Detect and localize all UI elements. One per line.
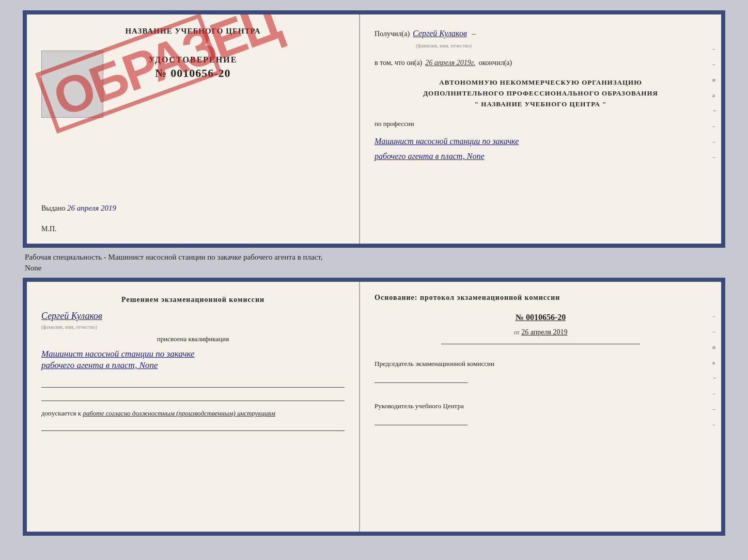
vtom-label: в том, что он(а) — [375, 59, 422, 67]
professiya-line1: Машинист насосной станции по закачке — [375, 134, 707, 149]
vtom-line: в том, что он(а) 26 апреля 2019г. окончи… — [375, 59, 707, 67]
reshenie-text: Решением экзаменационной комиссии — [41, 294, 345, 306]
professiya-label: по профессии — [375, 120, 707, 128]
side-marks-top: – – и а ← – – – — [712, 45, 718, 160]
vydano-label: Выдано — [41, 204, 66, 212]
org-line3: " НАЗВАНИЕ УЧЕБНОГО ЦЕНТРА " — [375, 99, 707, 110]
protocol-date: 26 апреля 2019 — [521, 328, 567, 336]
komissia-name: Сергей Кулаков — [41, 311, 102, 321]
poluchil-line: Получил(а) Сергей Кулаков – — [375, 29, 707, 38]
top-document: НАЗВАНИЕ УЧЕБНОГО ЦЕНТРА ОБРАЗЕЦ УДОСТОВ… — [23, 10, 725, 248]
professiya-line2: рабочего агента в пласт, None — [375, 149, 707, 164]
dopuskaetsya-block: допускается к работе согласно должностны… — [41, 409, 345, 418]
dopuskaetsya-label: допускается к — [41, 409, 81, 417]
separator-text: Рабочая специальность - Машинист насосно… — [23, 248, 725, 278]
poluchil-name: Сергей Кулаков — [413, 29, 467, 38]
top-doc-right: Получил(а) Сергей Кулаков – (фамилия, им… — [360, 14, 721, 244]
poluchil-label: Получил(а) — [375, 30, 410, 38]
center-name-top: НАЗВАНИЕ УЧЕБНОГО ЦЕНТРА — [41, 27, 345, 36]
dopuskaetsya-value: работе согласно должностным (производств… — [83, 409, 275, 417]
udostoverenie-num: № 0010656-20 — [155, 67, 231, 80]
predsedatel-label: Председатель экзаменационной комиссии — [375, 359, 707, 370]
org-line2: ДОПОЛНИТЕЛЬНОГО ПРОФЕССИОНАЛЬНОГО ОБРАЗО… — [375, 88, 707, 99]
bottom-doc-left: Решением экзаменационной комиссии Сергей… — [27, 282, 360, 532]
okonchil-label: окончил(а) — [479, 59, 512, 67]
protocol-date-line: от 26 апреля 2019 — [375, 328, 707, 337]
fio-hint-top: (фамилия, имя, отчество) — [416, 43, 472, 49]
vydano-date: 26 апреля 2019 — [67, 204, 116, 212]
rukovoditel-sign-field — [375, 416, 467, 425]
mp-label: М.П. — [41, 225, 57, 233]
separator-line2: None — [25, 263, 723, 274]
rukovoditel-label: Руководитель учебного Центра — [375, 401, 707, 412]
vtom-date: 26 апреля 2019г. — [425, 59, 475, 67]
bottom-doc-right: Основание: протокол экзаменационной коми… — [360, 282, 721, 532]
prisvoena-text: присвоена квалификация — [41, 335, 345, 343]
ot-label: от — [514, 329, 520, 336]
udostoverenie-block: УДОСТОВЕРЕНИЕ № 0010656-20 — [41, 55, 345, 80]
rukovoditel-block: Руководитель учебного Центра — [375, 401, 707, 429]
predsedatel-block: Председатель экзаменационной комиссии — [375, 359, 707, 387]
vydano-line: Выдано 26 апреля 2019 — [41, 204, 116, 213]
udostoverenie-title: УДОСТОВЕРЕНИЕ — [149, 55, 238, 65]
kvalif-line2: рабочего агента в пласт, None — [41, 357, 345, 374]
protocol-num: № 0010656-20 — [375, 313, 707, 322]
predsedatel-sign-field — [375, 374, 467, 383]
org-line1: АВТОНОМНУЮ НЕКОММЕРЧЕСКУЮ ОРГАНИЗАЦИЮ — [375, 77, 707, 88]
bottom-document: Решением экзаменационной комиссии Сергей… — [23, 278, 725, 536]
top-doc-left: НАЗВАНИЕ УЧЕБНОГО ЦЕНТРА ОБРАЗЕЦ УДОСТОВ… — [27, 14, 360, 244]
org-block: АВТОНОМНУЮ НЕКОММЕРЧЕСКУЮ ОРГАНИЗАЦИЮ ДО… — [375, 77, 707, 109]
separator-line1: Рабочая специальность - Машинист насосно… — [25, 252, 723, 263]
side-marks-bottom: – – и а ← – – – — [712, 313, 718, 427]
osnovanie-text: Основание: протокол экзаменационной коми… — [375, 292, 707, 303]
komissia-hint: (фамилия, имя, отчество) — [41, 324, 97, 330]
